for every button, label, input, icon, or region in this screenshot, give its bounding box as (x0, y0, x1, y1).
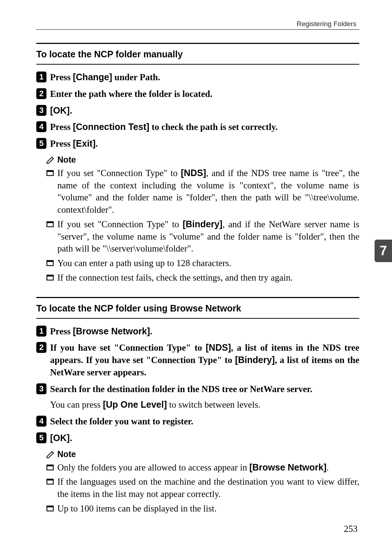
step-1: 1 Press [Browse Network]. (36, 325, 359, 338)
bullet-icon (46, 259, 54, 266)
step-text: Press (50, 326, 73, 336)
step-3: 3 [OK]. (36, 105, 359, 117)
bullet-icon (46, 220, 54, 228)
step-2: 2 Enter the path where the folder is loc… (36, 88, 359, 100)
button-ref: [Up One Level] (103, 399, 167, 410)
step-number-badge: 1 (36, 72, 46, 82)
step-text: If you have set "Connection Type" to (50, 343, 206, 353)
step-text: Press (50, 122, 73, 132)
note-text: Up to 100 items can be displayed in the … (57, 504, 217, 513)
bullet-icon (46, 478, 54, 485)
button-ref: [NDS] (206, 342, 231, 353)
bullet-icon (46, 274, 54, 281)
step-text: Press (50, 139, 73, 148)
button-ref: [Exit] (73, 138, 96, 148)
bullet-icon (46, 169, 54, 176)
note-text: If the connection test fails, check the … (57, 273, 293, 282)
step-4: 4 Press [Connection Test] to check the p… (36, 121, 359, 133)
step-number-badge: 2 (36, 88, 46, 99)
step-3: 3 Search for the destination folder in t… (36, 383, 359, 395)
section2-steps: 1 Press [Browse Network]. 2 If you have … (36, 325, 359, 444)
note-text: If you set "Connection Type" to (57, 219, 183, 229)
list-item: If the connection test fails, check the … (46, 272, 359, 284)
svg-rect-9 (47, 465, 53, 466)
list-item: Up to 100 items can be displayed in the … (46, 502, 359, 515)
note-text: . (327, 463, 329, 472)
page-number: 253 (344, 524, 358, 534)
chapter-tab: 7 (375, 240, 392, 262)
step-5: 5 Press [Exit]. (36, 138, 359, 150)
step-number-badge: 1 (36, 326, 46, 337)
step-4: 4 Select the folder you want to register… (36, 415, 359, 428)
svg-rect-5 (47, 261, 53, 262)
running-header: Registering Folders (36, 20, 359, 28)
bullet-icon (46, 505, 54, 512)
step-text: . (70, 105, 72, 115)
list-item: If the languages used on the machine and… (46, 476, 359, 500)
step-2: 2 If you have set "Connection Type" to [… (36, 342, 359, 378)
section1-notes: If you set "Connection Type" to [NDS], a… (46, 167, 359, 284)
list-item: You can enter a path using up to 128 cha… (46, 257, 359, 269)
step-text: to check the path is set correctly. (149, 122, 278, 132)
step-5: 5 [OK]. (36, 432, 359, 444)
button-ref: [NDS] (181, 168, 206, 178)
section1-steps: 1 Press [Change] under Path. 2 Enter the… (36, 71, 359, 150)
section2-title: To locate the NCP folder using Browse Ne… (36, 297, 359, 319)
button-ref: [Bindery] (183, 219, 222, 229)
step-text: Search for the destination folder in the… (50, 384, 313, 394)
section1-title: To locate the NCP folder manually (36, 43, 359, 65)
svg-rect-1 (47, 171, 53, 172)
note-text: Only the folders you are allowed to acce… (57, 463, 249, 472)
button-ref: [OK] (50, 433, 70, 443)
button-ref: [Browse Network] (249, 462, 327, 472)
step-text: You can press (50, 400, 103, 410)
step-text: Enter the path where the folder is locat… (50, 89, 212, 99)
step-text: under Path. (112, 72, 160, 82)
step-text: . (70, 433, 72, 443)
step-number-badge: 5 (36, 138, 46, 149)
button-ref: [Change] (73, 72, 112, 82)
list-item: Only the folders you are allowed to acce… (46, 461, 359, 474)
note-text: You can enter a path using up to 128 cha… (57, 258, 231, 268)
step-text: Press (50, 72, 73, 82)
step-text: Select the folder you want to register. (50, 416, 193, 426)
step-text: . (95, 139, 98, 148)
button-ref: [Browse Network] (73, 326, 150, 336)
pencil-icon (46, 156, 55, 164)
step-text: to switch between levels. (167, 400, 261, 410)
svg-rect-13 (47, 506, 53, 508)
step-number-badge: 5 (36, 432, 46, 443)
note-text: If the languages used on the machine and… (57, 477, 359, 499)
svg-rect-7 (47, 275, 53, 277)
button-ref: [Connection Test] (73, 122, 150, 132)
svg-rect-11 (47, 479, 53, 481)
step-number-badge: 3 (36, 383, 46, 394)
section2-notes: Only the folders you are allowed to acce… (46, 461, 359, 515)
step-1: 1 Press [Change] under Path. (36, 71, 359, 83)
header-rule (36, 29, 359, 30)
step-subtext: You can press [Up One Level] to switch b… (50, 399, 359, 411)
step-number-badge: 4 (36, 416, 46, 427)
step-number-badge: 4 (36, 121, 46, 132)
note-label: Note (57, 155, 76, 165)
note-text: If you set "Connection Type" to (57, 168, 181, 178)
step-text: . (150, 326, 152, 336)
note-label: Note (57, 449, 76, 459)
list-item: If you set "Connection Type" to [NDS], a… (46, 167, 359, 216)
list-item: If you set "Connection Type" to [Bindery… (46, 218, 359, 255)
step-number-badge: 3 (36, 105, 46, 116)
note-heading: Note (46, 155, 359, 165)
pencil-icon (46, 450, 55, 458)
svg-rect-3 (47, 222, 53, 223)
bullet-icon (46, 464, 54, 471)
note-heading: Note (46, 449, 359, 459)
step-number-badge: 2 (36, 342, 46, 353)
button-ref: [OK] (50, 105, 70, 115)
button-ref: [Bindery] (235, 355, 275, 365)
